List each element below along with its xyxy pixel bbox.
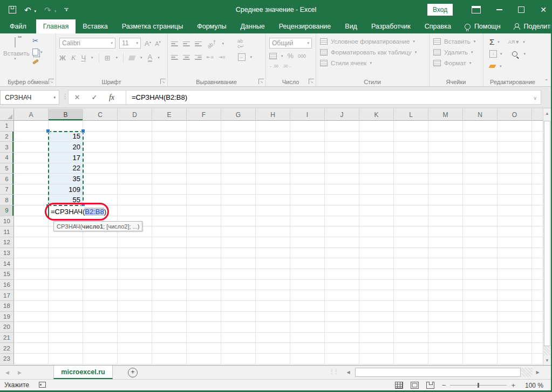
cell-O4[interactable] [498,153,532,163]
cell-G22[interactable] [221,343,256,354]
cell-L7[interactable] [394,184,428,195]
cell-C13[interactable] [83,248,118,259]
cell-C14[interactable] [83,258,118,269]
cell-N18[interactable] [463,301,498,312]
cell-C3[interactable] [83,142,118,153]
column-header-A[interactable]: A [14,109,49,121]
font-name-combo[interactable]: Calibri▾ [59,38,115,49]
cell-L17[interactable] [394,290,428,301]
row-header-1[interactable]: 1 [0,121,14,132]
scroll-down-icon[interactable]: ▼ [543,358,551,363]
cell-I1[interactable] [290,121,325,132]
cell-J15[interactable] [325,269,359,280]
cell-M5[interactable] [428,163,463,174]
ribbon-tab-home[interactable]: Главная [36,19,76,33]
maximize-icon[interactable] [518,6,524,13]
cell-K1[interactable] [359,121,394,132]
column-header-D[interactable]: D [118,109,152,121]
column-header-B[interactable]: B [49,109,83,121]
cell-C5[interactable] [83,163,118,174]
cell-G15[interactable] [221,269,256,280]
share-button[interactable]: Поделиться [507,19,552,33]
cell-I8[interactable] [290,195,325,205]
row-header-14[interactable]: 14 [0,258,14,269]
enter-button[interactable]: ✓ [86,93,103,101]
cell-D5[interactable] [118,163,152,174]
cell-B8[interactable]: 55 [49,195,83,205]
cell-L20[interactable] [394,322,428,333]
cell-I9[interactable] [290,205,325,216]
vertical-scroll-thumb[interactable] [544,121,550,346]
cell-J6[interactable] [325,174,359,184]
cell-L19[interactable] [394,312,428,322]
cell-H17[interactable] [256,290,290,301]
cell-M12[interactable] [428,237,463,248]
cell-H2[interactable] [256,132,290,142]
row-header-3[interactable]: 3 [0,142,14,153]
cancel-button[interactable]: ✕ [69,93,86,101]
cell-H7[interactable] [256,184,290,195]
cell-N4[interactable] [463,153,498,163]
cell-A4[interactable] [14,153,49,163]
cell-J1[interactable] [325,121,359,132]
assistant-tab[interactable]: Помощн [458,19,507,33]
cell-J3[interactable] [325,142,359,153]
cell-I4[interactable] [290,153,325,163]
cell-A19[interactable] [14,312,49,322]
cell-D21[interactable] [118,333,152,343]
cell-K23[interactable] [359,354,394,365]
row-header-18[interactable]: 18 [0,301,14,312]
cell-N13[interactable] [463,248,498,259]
cell-I20[interactable] [290,322,325,333]
cell-A6[interactable] [14,174,49,184]
cell-H18[interactable] [256,301,290,312]
cell-M18[interactable] [428,301,463,312]
cell-N16[interactable] [463,280,498,291]
cell-L23[interactable] [394,354,428,365]
cell-C23[interactable] [83,354,118,365]
customize-qat-icon[interactable]: ▾ [64,8,69,12]
cell-D23[interactable] [118,354,152,365]
cell-M9[interactable] [428,205,463,216]
cell-F13[interactable] [187,248,221,259]
cell-J11[interactable] [325,226,359,237]
scroll-up-icon[interactable]: ▲ [543,111,551,116]
row-header-17[interactable]: 17 [0,290,14,301]
ribbon-tab-review[interactable]: Рецензирование [272,19,338,33]
cell-J21[interactable] [325,333,359,343]
column-header-E[interactable]: E [152,109,187,121]
cell-I10[interactable] [290,216,325,227]
macro-record-icon[interactable] [39,382,46,388]
ribbon-tab-data[interactable]: Данные [234,19,272,33]
cell-E9[interactable] [152,205,187,216]
ribbon-tab-developer[interactable]: Разработчик [364,19,418,33]
row-header-8[interactable]: 8 [0,195,14,205]
clear-dropdown-icon[interactable]: ▾ [500,64,502,68]
cell-F9[interactable] [187,205,221,216]
cell-K7[interactable] [359,184,394,195]
cell-N12[interactable] [463,237,498,248]
zoom-percentage[interactable]: 100 % [525,382,543,389]
cell-F12[interactable] [187,237,221,248]
cell-C6[interactable] [83,174,118,184]
cell-E1[interactable] [152,121,187,132]
cell-B23[interactable] [49,354,83,365]
cell-E15[interactable] [152,269,187,280]
cell-C8[interactable] [83,195,118,205]
cell-D18[interactable] [118,301,152,312]
cell-B1[interactable] [49,121,83,132]
cell-O9[interactable] [498,205,532,216]
cell-E5[interactable] [152,163,187,174]
cell-K22[interactable] [359,343,394,354]
cell-N17[interactable] [463,290,498,301]
cell-O18[interactable] [498,301,532,312]
row-header-9[interactable]: 9 [0,205,14,216]
cell-C12[interactable] [83,237,118,248]
cell-H11[interactable] [256,226,290,237]
cell-N20[interactable] [463,322,498,333]
cell-B21[interactable] [49,333,83,343]
row-header-16[interactable]: 16 [0,280,14,291]
cell-I3[interactable] [290,142,325,153]
cell-D1[interactable] [118,121,152,132]
cell-H5[interactable] [256,163,290,174]
